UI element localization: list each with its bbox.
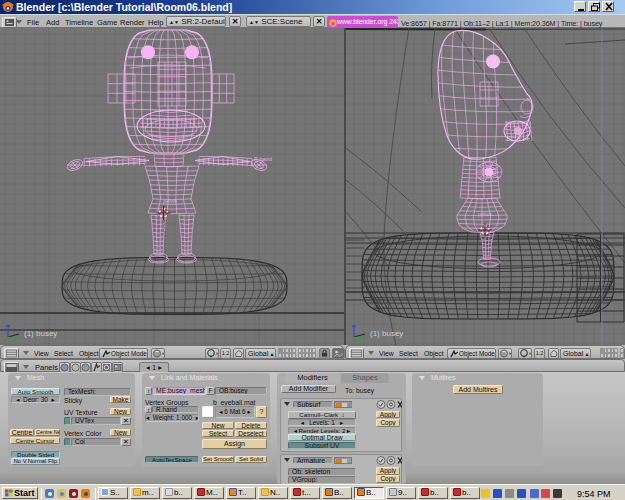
svg-text:R.hand: R.hand: [254, 156, 272, 162]
svg-text:(1) busey: (1) busey: [370, 329, 403, 338]
svg-text:(1) busey: (1) busey: [24, 329, 57, 338]
svg-text:pelvis: pelvis: [163, 198, 177, 204]
svg-text:pelvis: pelvis: [478, 211, 492, 217]
